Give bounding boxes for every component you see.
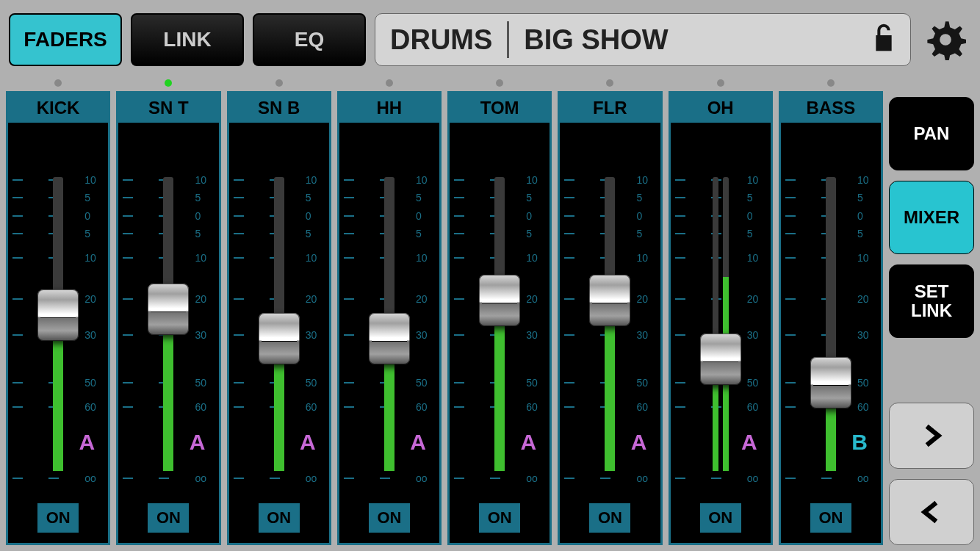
fader-area: 105051020305060ooA: [671, 123, 771, 494]
channel-body: SN T105051020305060ooAON: [116, 91, 220, 545]
fader-knob[interactable]: [259, 313, 300, 364]
fader-area: 105051020305060ooA: [229, 123, 329, 494]
group-name: DRUMS: [390, 24, 492, 56]
channel-oh: OH105051020305060ooAON: [669, 79, 773, 545]
title-divider: [507, 21, 509, 58]
channel-flr: FLR105051020305060ooAON: [558, 79, 662, 545]
channel-on-button[interactable]: ON: [589, 503, 630, 533]
channel-indicator: [54, 79, 62, 87]
fader-knob[interactable]: [148, 284, 189, 335]
show-name: BIG SHOW: [524, 24, 857, 56]
group-letter: A: [410, 430, 426, 455]
chevron-right-icon: [918, 422, 945, 450]
fader-area: 105051020305060ooA: [8, 123, 108, 494]
channel-indicator: [827, 79, 835, 87]
channel-kick: KICK105051020305060ooAON: [6, 79, 110, 545]
set-link-button[interactable]: SET LINK: [889, 264, 974, 338]
fader-knob[interactable]: [37, 289, 79, 341]
next-page-button[interactable]: [889, 403, 974, 469]
channel-label[interactable]: SN T: [118, 93, 218, 123]
side-panel: PAN MIXER SET LINK: [889, 79, 974, 545]
group-letter: A: [190, 430, 206, 455]
fader-track[interactable]: [826, 177, 836, 471]
channel-on-button[interactable]: ON: [810, 503, 851, 533]
group-letter: A: [79, 430, 96, 455]
tab-link[interactable]: LINK: [131, 13, 244, 66]
channel-indicator: [275, 79, 283, 87]
channel-body: FLR105051020305060ooAON: [558, 91, 662, 545]
channel-body: SN B105051020305060ooAON: [227, 91, 331, 545]
channel-bass: BASS105051020305060ooBON: [779, 79, 883, 545]
channel-indicator: [386, 79, 393, 87]
channel-body: HH105051020305060ooAON: [337, 91, 442, 545]
fader-area: 105051020305060ooA: [450, 123, 550, 494]
channel-on-button[interactable]: ON: [700, 503, 741, 533]
channel-label[interactable]: OH: [671, 93, 771, 123]
fader-track[interactable]: [713, 177, 729, 471]
fader-area: 105051020305060ooB: [781, 123, 881, 494]
channel-label[interactable]: BASS: [781, 93, 881, 123]
channel-indicator: [496, 79, 503, 87]
channel-label[interactable]: SN B: [229, 93, 329, 123]
channel-indicator: [717, 79, 724, 87]
fader-knob[interactable]: [810, 357, 851, 408]
channel-indicator: [165, 79, 172, 87]
main-area: KICK105051020305060ooAONSN T105051020305…: [0, 79, 980, 551]
channel-label[interactable]: KICK: [8, 93, 108, 123]
title-bar[interactable]: DRUMS BIG SHOW: [375, 13, 911, 66]
fader-area: 105051020305060ooA: [560, 123, 660, 494]
channel-body: TOM105051020305060ooAON: [447, 91, 552, 545]
tab-faders[interactable]: FADERS: [9, 13, 122, 66]
channel-body: KICK105051020305060ooAON: [6, 91, 110, 545]
header-bar: FADERS LINK EQ DRUMS BIG SHOW: [0, 0, 980, 79]
fader-knob[interactable]: [479, 275, 520, 326]
group-letter: A: [521, 430, 537, 455]
channel-label[interactable]: TOM: [450, 93, 550, 123]
lock-icon[interactable]: [872, 24, 896, 56]
prev-page-button[interactable]: [889, 479, 974, 545]
settings-icon[interactable]: [920, 19, 971, 60]
pan-button[interactable]: PAN: [889, 97, 974, 170]
channel-label[interactable]: FLR: [560, 93, 660, 123]
fader-knob[interactable]: [369, 313, 410, 364]
channel-sn-t: SN T105051020305060ooAON: [116, 79, 220, 545]
channel-on-button[interactable]: ON: [259, 503, 300, 533]
channel-on-button[interactable]: ON: [479, 503, 520, 533]
channel-sn-b: SN B105051020305060ooAON: [227, 79, 331, 545]
channel-strip-container: KICK105051020305060ooAONSN T105051020305…: [6, 79, 883, 545]
channel-hh: HH105051020305060ooAON: [337, 79, 442, 545]
group-letter: B: [851, 430, 868, 455]
group-letter: A: [300, 430, 316, 455]
fader-area: 105051020305060ooA: [339, 123, 439, 494]
fader-area: 105051020305060ooA: [118, 123, 218, 494]
channel-body: OH105051020305060ooAON: [669, 91, 773, 545]
mixer-button[interactable]: MIXER: [889, 181, 974, 254]
group-letter: A: [631, 430, 647, 455]
tab-eq[interactable]: EQ: [253, 13, 366, 66]
channel-on-button[interactable]: ON: [369, 503, 410, 533]
channel-tom: TOM105051020305060ooAON: [447, 79, 552, 545]
channel-indicator: [606, 79, 613, 87]
fader-knob[interactable]: [589, 275, 630, 326]
chevron-left-icon: [918, 498, 945, 526]
channel-label[interactable]: HH: [339, 93, 439, 123]
channel-body: BASS105051020305060ooBON: [779, 91, 883, 545]
channel-on-button[interactable]: ON: [148, 503, 189, 533]
svg-point-1: [940, 34, 951, 46]
channel-on-button[interactable]: ON: [37, 503, 79, 533]
group-letter: A: [741, 430, 757, 455]
fader-knob[interactable]: [700, 334, 741, 385]
